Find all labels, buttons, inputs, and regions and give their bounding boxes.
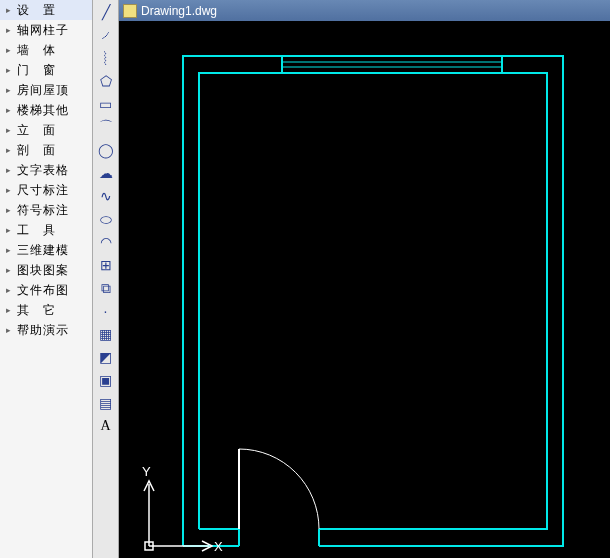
menu-item-door-window[interactable]: ▸门 窗 [0,60,92,80]
menu-item-label: 轴网柱子 [17,22,69,39]
floor-plan-drawing: Y X [119,21,610,558]
menu-item-label: 尺寸标注 [17,182,69,199]
menu-item-label: 帮助演示 [17,322,69,339]
tool-table-icon[interactable]: ▤ [96,393,116,413]
document-area: Drawing1.dwg [119,0,610,558]
chevron-right-icon: ▸ [6,305,14,315]
chevron-right-icon: ▸ [6,5,14,15]
menu-item-help-demo[interactable]: ▸帮助演示 [0,320,92,340]
menu-item-block-pattern[interactable]: ▸图块图案 [0,260,92,280]
tool-make-block-icon[interactable]: ⧉ [96,278,116,298]
tool-point-icon[interactable]: · [96,301,116,321]
drawing-canvas[interactable]: Y X [119,21,610,558]
menu-item-label: 剖 面 [17,142,56,159]
ucs-x-label: X [214,539,223,554]
document-title: Drawing1.dwg [141,4,217,18]
chevron-right-icon: ▸ [6,45,14,55]
ucs-y-label: Y [142,464,151,479]
chevron-right-icon: ▸ [6,85,14,95]
menu-item-label: 符号标注 [17,202,69,219]
menu-item-other[interactable]: ▸其 它 [0,300,92,320]
tool-gradient-icon[interactable]: ◩ [96,347,116,367]
chevron-right-icon: ▸ [6,165,14,175]
tool-hatch-icon[interactable]: ▦ [96,324,116,344]
menu-item-settings[interactable]: ▸设 置 [0,0,92,20]
chevron-right-icon: ▸ [6,105,14,115]
draw-toolbox: ╱ ⟋ ⦚ ⬠ ▭ ⌒ ◯ ☁ ∿ ⬭ ◠ ⊞ ⧉ · ▦ ◩ ▣ ▤ A [93,0,119,558]
menu-item-label: 门 窗 [17,62,56,79]
menu-item-label: 文字表格 [17,162,69,179]
menu-item-section[interactable]: ▸剖 面 [0,140,92,160]
chevron-right-icon: ▸ [6,25,14,35]
menu-item-tools[interactable]: ▸工 具 [0,220,92,240]
tool-line-icon[interactable]: ╱ [96,2,116,22]
menu-item-label: 三维建模 [17,242,69,259]
tool-insert-block-icon[interactable]: ⊞ [96,255,116,275]
chevron-right-icon: ▸ [6,225,14,235]
tool-spline-icon[interactable]: ∿ [96,186,116,206]
tool-ellipse-icon[interactable]: ⬭ [96,209,116,229]
menu-item-label: 文件布图 [17,282,69,299]
menu-item-elevation[interactable]: ▸立 面 [0,120,92,140]
menu-item-label: 其 它 [17,302,56,319]
menu-item-label: 立 面 [17,122,56,139]
chevron-right-icon: ▸ [6,285,14,295]
menu-item-label: 墙 体 [17,42,56,59]
menu-item-wall[interactable]: ▸墙 体 [0,40,92,60]
menu-item-stair-other[interactable]: ▸楼梯其他 [0,100,92,120]
tool-circle-icon[interactable]: ◯ [96,140,116,160]
tool-ellipse-arc-icon[interactable]: ◠ [96,232,116,252]
menu-item-label: 楼梯其他 [17,102,69,119]
tool-construction-line-icon[interactable]: ⟋ [96,25,116,45]
tool-rectangle-icon[interactable]: ▭ [96,94,116,114]
chevron-right-icon: ▸ [6,125,14,135]
tool-arc-icon[interactable]: ⌒ [96,117,116,137]
tool-polyline-icon[interactable]: ⦚ [96,48,116,68]
tool-text-icon[interactable]: A [96,416,116,436]
chevron-right-icon: ▸ [6,325,14,335]
menu-item-file-layout[interactable]: ▸文件布图 [0,280,92,300]
menu-item-text-table[interactable]: ▸文字表格 [0,160,92,180]
menu-item-label: 房间屋顶 [17,82,69,99]
menu-item-dimension[interactable]: ▸尺寸标注 [0,180,92,200]
dwg-file-icon [123,4,137,18]
tool-region-icon[interactable]: ▣ [96,370,116,390]
chevron-right-icon: ▸ [6,185,14,195]
left-menu-panel: ▸设 置 ▸轴网柱子 ▸墙 体 ▸门 窗 ▸房间屋顶 ▸楼梯其他 ▸立 面 ▸剖… [0,0,93,558]
menu-item-symbol[interactable]: ▸符号标注 [0,200,92,220]
chevron-right-icon: ▸ [6,145,14,155]
menu-item-label: 工 具 [17,222,56,239]
chevron-right-icon: ▸ [6,245,14,255]
menu-item-room-roof[interactable]: ▸房间屋顶 [0,80,92,100]
chevron-right-icon: ▸ [6,65,14,75]
document-titlebar[interactable]: Drawing1.dwg [119,0,610,21]
menu-item-label: 图块图案 [17,262,69,279]
menu-item-axis-column[interactable]: ▸轴网柱子 [0,20,92,40]
tool-polygon-icon[interactable]: ⬠ [96,71,116,91]
tool-revision-cloud-icon[interactable]: ☁ [96,163,116,183]
chevron-right-icon: ▸ [6,205,14,215]
menu-item-label: 设 置 [17,2,56,19]
menu-item-3d-model[interactable]: ▸三维建模 [0,240,92,260]
chevron-right-icon: ▸ [6,265,14,275]
